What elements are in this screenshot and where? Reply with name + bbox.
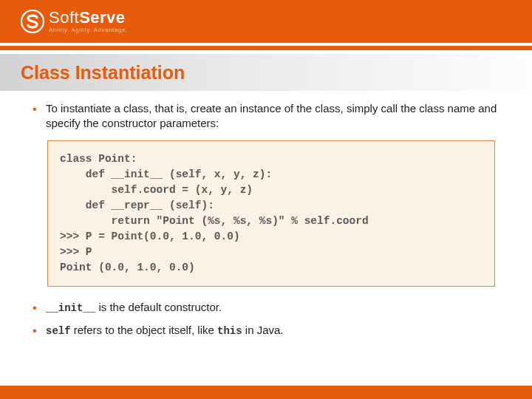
- code-init: __init__: [46, 302, 95, 314]
- logo-s-icon: [21, 10, 44, 33]
- logo-name-light: Soft: [49, 8, 79, 27]
- logo: SoftServe Ability. Agility. Advantage.: [21, 10, 128, 33]
- title-band: Class Instantiation: [0, 54, 532, 91]
- header-bar: SoftServe Ability. Agility. Advantage.: [0, 0, 532, 43]
- bullet-2: __init__ is the default constructor.: [30, 300, 502, 316]
- logo-tagline: Ability. Agility. Advantage.: [49, 27, 128, 33]
- logo-text: SoftServe Ability. Agility. Advantage.: [49, 10, 128, 33]
- bullet-3: self refers to the object itself, like t…: [30, 323, 502, 338]
- logo-name-bold: Serve: [79, 8, 125, 27]
- code-block: class Point: def __init__ (self, x, y, z…: [47, 140, 495, 287]
- page-title: Class Instantiation: [21, 62, 511, 83]
- bullet-2-text: is the default constructor.: [95, 301, 222, 313]
- content-area: To instantiate a class, that is, create …: [0, 91, 532, 338]
- bullet-list-2: __init__ is the default constructor. sel…: [30, 300, 502, 338]
- bullet-1: To instantiate a class, that is, create …: [30, 101, 502, 132]
- code-self: self: [46, 325, 71, 337]
- bullet-3-end: in Java.: [242, 324, 284, 336]
- footer-bar: [0, 386, 532, 399]
- accent-bar: [0, 46, 532, 50]
- bullet-list: To instantiate a class, that is, create …: [30, 101, 502, 132]
- code-this: this: [217, 325, 242, 337]
- bullet-3-mid: refers to the object itself, like: [71, 324, 217, 336]
